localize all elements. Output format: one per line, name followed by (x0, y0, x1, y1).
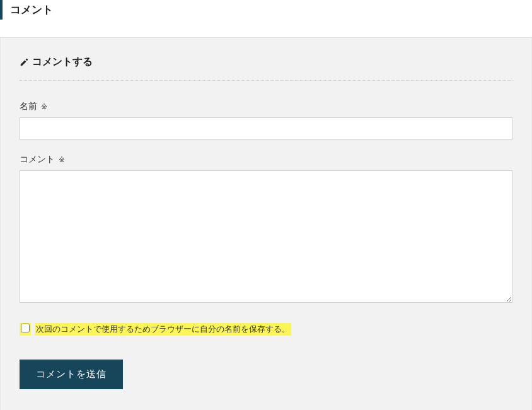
name-label-text: 名前 (20, 101, 37, 111)
form-heading: コメントする (20, 56, 512, 81)
checkbox-highlight (20, 323, 31, 336)
section-header: コメント (0, 0, 532, 20)
submit-button[interactable]: コメントを送信 (20, 360, 123, 389)
comment-label: コメント ※ (20, 154, 512, 165)
save-name-checkbox[interactable] (21, 324, 30, 332)
name-field-group: 名前 ※ (20, 101, 512, 140)
comment-textarea[interactable] (20, 170, 512, 303)
comment-required-mark: ※ (59, 155, 65, 164)
section-title: コメント (10, 3, 532, 17)
pencil-icon (20, 58, 28, 67)
name-required-mark: ※ (41, 102, 47, 111)
comment-form-container: コメントする 名前 ※ コメント ※ 次回のコメントで使用するためブラウザーに自… (0, 37, 532, 410)
name-label: 名前 ※ (20, 101, 512, 112)
save-name-checkbox-row: 次回のコメントで使用するためブラウザーに自分の名前を保存する。 (20, 323, 512, 336)
form-heading-text: コメントする (32, 56, 93, 69)
comment-label-text: コメント (20, 154, 55, 164)
comment-field-group: コメント ※ (20, 154, 512, 305)
save-name-checkbox-label[interactable]: 次回のコメントで使用するためブラウザーに自分の名前を保存する。 (35, 323, 291, 336)
name-input[interactable] (20, 117, 512, 140)
